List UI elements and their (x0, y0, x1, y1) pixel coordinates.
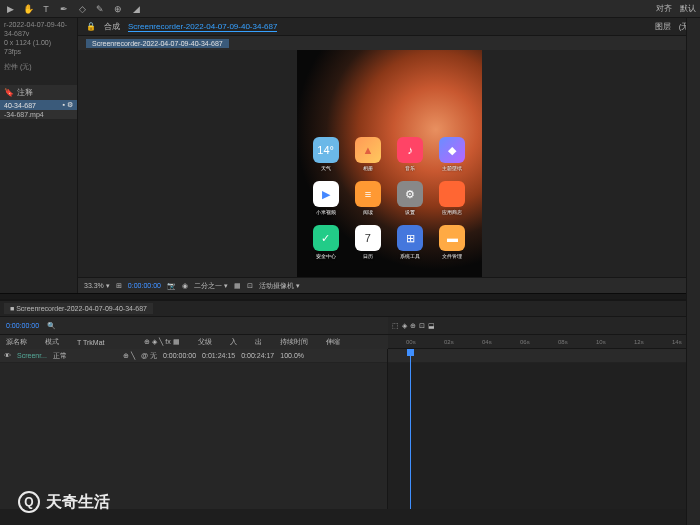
selection-tool-icon[interactable]: ▶ (4, 3, 16, 15)
viewer-panel: 🔒 合成 Screenrecorder-2022-04-07-09-40-34-… (78, 18, 700, 293)
timeline-cols-left: 源名称 模式 T TrkMat ⊕ ◈ ╲ fx ▦ 父级 入 出 持续时间 伸… (0, 335, 388, 349)
right-edge-panel (686, 18, 700, 525)
annotation-section: 🔖 注释 40-34-687 ▪ ⚙ -34-687.mp4 (0, 85, 77, 119)
viewer-tabs: 🔒 合成 Screenrecorder-2022-04-07-09-40-34-… (78, 18, 700, 36)
hand-tool-icon[interactable]: ✋ (22, 3, 34, 15)
viewer-controls: 33.3% ▾ ⊞ 0:00:00:00 📷 ◉ 二分之一 ▾ ▦ ⊡ 活动摄像… (78, 277, 700, 293)
timeline-tab[interactable]: ■ Screenrecorder-2022-04-07-09-40-34-687 (4, 303, 153, 314)
camera-control[interactable]: 活动摄像机 ▾ (259, 281, 300, 291)
assets-label: 控件 (无) (4, 62, 73, 71)
files-app-icon: ▬ (439, 225, 465, 251)
col-mode[interactable]: 模式 (45, 337, 59, 347)
timeline-header-right: ⬚ ◈ ⊕ ⊡ ⬓ (388, 317, 700, 334)
timeline-layers: 👁 Screenr... 正常 ⊕ ╲ @ 无 0:00:00:00 0:01:… (0, 349, 388, 509)
timeline-tracks[interactable] (388, 349, 700, 509)
viewer-subtabs: Screenrecorder-2022-04-07-09-40-34-687 (78, 36, 700, 50)
subtab[interactable]: Screenrecorder-2022-04-07-09-40-34-687 (86, 39, 229, 48)
reader-app-icon: ≡ (355, 181, 381, 207)
zoom-control[interactable]: 33.3% ▾ (84, 282, 110, 290)
time-ruler[interactable]: 00s 02s 04s 06s 08s 10s 12s 14s (388, 335, 700, 349)
timeline-header: 0:00:00:00 🔍 ⬚ ◈ ⊕ ⊡ ⬓ (0, 317, 700, 335)
quality-control[interactable]: 二分之一 ▾ (194, 281, 228, 291)
grid-icon[interactable]: ▦ (234, 282, 241, 290)
watermark-text: 天奇生活 (46, 492, 110, 513)
video-app-icon: ▶ (313, 181, 339, 207)
track-row[interactable] (388, 349, 700, 363)
search-icon[interactable]: 🔍 (47, 322, 56, 330)
text-tool-icon[interactable]: T (40, 3, 52, 15)
app-row-3: ✓安全中心 7日历 ⊞系统工具 ▬文件管理 (305, 225, 474, 259)
align-label[interactable]: 对齐 (656, 3, 672, 14)
timecode-display[interactable]: 0:00:00:00 (128, 282, 161, 289)
project-info: r-2022-04-07-09-40-34-687v 0 x 1124 (1.0… (0, 18, 77, 73)
app-row-1: 14°天气 ▲相册 ♪音乐 ◆主题壁纸 (305, 137, 474, 171)
label-icon: 🔖 (4, 88, 14, 97)
timeline-panel: ■ Screenrecorder-2022-04-07-09-40-34-687… (0, 299, 700, 509)
layer-tab-label[interactable]: 图层 (655, 21, 671, 32)
phone-preview: 14°天气 ▲相册 ♪音乐 ◆主题壁纸 ▶小米视频 ≡阅读 ⚙设置 应用商店 ✓… (297, 50, 482, 277)
col-duration[interactable]: 持续时间 (280, 337, 308, 347)
project-panel: r-2022-04-07-09-40-34-687v 0 x 1124 (1.0… (0, 18, 78, 293)
theme-app-icon: ◆ (439, 137, 465, 163)
timeline-columns: 源名称 模式 T TrkMat ⊕ ◈ ╲ fx ▦ 父级 入 出 持续时间 伸… (0, 335, 700, 349)
app-grid: 14°天气 ▲相册 ♪音乐 ◆主题壁纸 ▶小米视频 ≡阅读 ⚙设置 应用商店 ✓… (297, 137, 482, 269)
timeline-header-left: 0:00:00:00 🔍 (0, 317, 388, 334)
comp-tab-name[interactable]: Screenrecorder-2022-04-07-09-40-34-687 (128, 22, 277, 32)
security-app-icon: ✓ (313, 225, 339, 251)
watermark: Q 天奇生活 (18, 491, 110, 513)
project-name: r-2022-04-07-09-40-34-687v (4, 20, 73, 38)
weather-app-icon: 14° (313, 137, 339, 163)
stamp-tool-icon[interactable]: ⊕ (112, 3, 124, 15)
visibility-icon[interactable]: 👁 (4, 352, 11, 359)
col-stretch[interactable]: 伸缩 (326, 337, 340, 347)
pen-tool-icon[interactable]: ✒ (58, 3, 70, 15)
guides-icon[interactable]: ⊡ (247, 282, 253, 290)
layer-row[interactable]: 👁 Screenr... 正常 ⊕ ╲ @ 无 0:00:00:00 0:01:… (0, 349, 387, 363)
tl-icon[interactable]: ◈ (402, 322, 407, 330)
col-out[interactable]: 出 (255, 337, 262, 347)
calendar-app-icon: 7 (355, 225, 381, 251)
store-app-icon (439, 181, 465, 207)
timeline-timecode[interactable]: 0:00:00:00 (6, 322, 39, 329)
col-in[interactable]: 入 (230, 337, 237, 347)
layer-mode[interactable]: 正常 (53, 351, 67, 361)
tools-app-icon: ⊞ (397, 225, 423, 251)
watermark-icon: Q (18, 491, 40, 513)
main-area: r-2022-04-07-09-40-34-687v 0 x 1124 (1.0… (0, 18, 700, 293)
snapshot-icon[interactable]: 📷 (167, 282, 176, 290)
brush-tool-icon[interactable]: ✎ (94, 3, 106, 15)
settings-app-icon: ⚙ (397, 181, 423, 207)
tl-icon[interactable]: ⊡ (419, 322, 425, 330)
comp-tab-label[interactable]: 合成 (104, 21, 120, 32)
timeline-tool-icons: ⬚ ◈ ⊕ ⊡ ⬓ (392, 322, 435, 330)
shape-tool-icon[interactable]: ◇ (76, 3, 88, 15)
music-app-icon: ♪ (397, 137, 423, 163)
col-parent[interactable]: 父级 (198, 337, 212, 347)
playhead[interactable] (410, 349, 411, 509)
tl-icon[interactable]: ⬚ (392, 322, 399, 330)
resolution-icon[interactable]: ⊞ (116, 282, 122, 290)
main-toolbar: ▶ ✋ T ✒ ◇ ✎ ⊕ ◢ 对齐 默认 (0, 0, 700, 18)
col-source[interactable]: 源名称 (6, 337, 27, 347)
timeline-tabs: ■ Screenrecorder-2022-04-07-09-40-34-687 (0, 301, 700, 317)
tl-icon[interactable]: ⬓ (428, 322, 435, 330)
composition-viewer[interactable]: 14°天气 ▲相册 ♪音乐 ◆主题壁纸 ▶小米视频 ≡阅读 ⚙设置 应用商店 ✓… (78, 50, 700, 277)
tl-icon[interactable]: ⊕ (410, 322, 416, 330)
tool-icons-group: ▶ ✋ T ✒ ◇ ✎ ⊕ ◢ (4, 3, 142, 15)
toolbar-right: 对齐 默认 (656, 3, 696, 14)
asset-row-selected[interactable]: 40-34-687 ▪ ⚙ (0, 100, 77, 110)
layer-name: Screenr... (17, 352, 47, 359)
channel-icon[interactable]: ◉ (182, 282, 188, 290)
project-fps: 73fps (4, 47, 73, 56)
gallery-app-icon: ▲ (355, 137, 381, 163)
timeline-body: 👁 Screenr... 正常 ⊕ ╲ @ 无 0:00:00:00 0:01:… (0, 349, 700, 509)
col-trkmat[interactable]: T TrkMat (77, 339, 104, 346)
asset-row[interactable]: -34-687.mp4 (0, 110, 77, 119)
project-dims: 0 x 1124 (1.00) (4, 38, 73, 47)
asset-icons: ▪ ⚙ (63, 101, 73, 109)
app-row-2: ▶小米视频 ≡阅读 ⚙设置 应用商店 (305, 181, 474, 215)
eraser-tool-icon[interactable]: ◢ (130, 3, 142, 15)
lock-icon[interactable]: 🔒 (86, 22, 96, 31)
annotation-header[interactable]: 🔖 注释 (0, 85, 77, 100)
default-label[interactable]: 默认 (680, 3, 696, 14)
